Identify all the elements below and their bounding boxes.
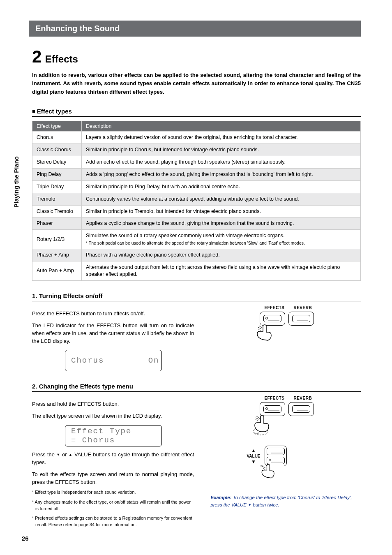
footnote: * Preferred effects settings can be stor… (32, 515, 194, 528)
table-row: Classic TremoloSimilar in principle to T… (32, 205, 361, 217)
table-head-col2: Description (82, 121, 361, 132)
effect-types-heading: Effect types (32, 108, 361, 117)
table-head-col1: Effect type (32, 121, 82, 132)
sidebar-tab: Playing the Piano (13, 156, 20, 208)
value-up-button (267, 448, 285, 455)
button-panel-illustration: EFFECTS REVERB (206, 305, 361, 345)
svg-text:×2: ×2 (261, 464, 264, 467)
step2-heading: 2. Changing the Effects type menu (32, 383, 361, 392)
table-row: Phaser + AmpPhaser with a vintage electr… (32, 249, 361, 261)
table-row: Stereo DelayAdd an echo effect to the so… (32, 156, 361, 169)
button-panel-illustration: EFFECTS REVERB hold (206, 396, 361, 438)
finger-hold-icon: hold (251, 412, 275, 437)
step1-heading: 1. Turning Effects on/off (32, 292, 361, 301)
footnote: * Effect type is independent for each so… (32, 489, 194, 496)
up-arrow-icon (69, 451, 73, 458)
example-note: Example: To change the effect type from … (206, 494, 361, 509)
effects-button-label: EFFECTS (264, 305, 284, 310)
table-row: Rotary 1/2/3Simulates the sound of a rot… (32, 230, 361, 249)
down-arrow-icon (248, 502, 251, 507)
finger-press-icon (255, 323, 274, 343)
effects-button-label: EFFECTS (264, 396, 284, 400)
lcd-display: Effect Type= Chorus (65, 425, 162, 446)
step2-p1: Press and hold the EFFECTS button. (32, 400, 194, 408)
table-row: Classic ChorusSimilar in principle to Ch… (32, 144, 361, 156)
section-title: Effects (45, 53, 78, 65)
value-down-button (267, 457, 285, 464)
up-arrow-icon: ▲ (251, 448, 256, 453)
step1-p2: The LED indicator for the EFFECTS button… (32, 321, 194, 345)
value-label: VALUE (247, 454, 260, 458)
lcd-display: Chorus On (65, 350, 162, 371)
step2-p3: Press the or VALUE buttons to cycle thro… (32, 451, 194, 466)
table-row: TremoloContinuously varies the volume at… (32, 193, 361, 205)
reverb-button-label: REVERB (293, 396, 312, 400)
finger-press-icon: ×2 (260, 463, 277, 480)
reverb-button (288, 312, 314, 326)
table-row: Ping DelayAdds a 'ping pong' echo effect… (32, 168, 361, 180)
down-arrow-icon (56, 451, 60, 458)
intro-paragraph: In addition to reverb, various other eff… (32, 71, 361, 96)
footnote: * Any changes made to the effect type, o… (32, 499, 194, 512)
step2-p4: To exit the effects type screen and retu… (32, 470, 194, 486)
table-row: PhaserApplies a cyclic phase change to t… (32, 217, 361, 230)
header-bar: Enhancing the Sound (29, 21, 361, 37)
section-heading: 2 Effects (32, 48, 361, 65)
step2-p2: The effect type screen will be shown in … (32, 412, 194, 420)
down-arrow-icon: ▼ (251, 459, 256, 464)
svg-text:hold: hold (254, 432, 259, 435)
table-row: Triple DelaySimilar in principle to Ping… (32, 180, 361, 193)
section-number: 2 (32, 48, 42, 65)
table-row: Auto Pan + AmpAlternates the sound outpu… (32, 261, 361, 280)
reverb-button-label: REVERB (293, 305, 312, 310)
page-number: 26 (22, 535, 29, 542)
table-row: ChorusLayers a slightly detuned version … (32, 132, 361, 144)
effects-table: Effect type Description ChorusLayers a s… (32, 121, 361, 280)
reverb-button (288, 402, 314, 416)
step1-p1: Press the EFFECTS button to turn effects… (32, 310, 194, 317)
